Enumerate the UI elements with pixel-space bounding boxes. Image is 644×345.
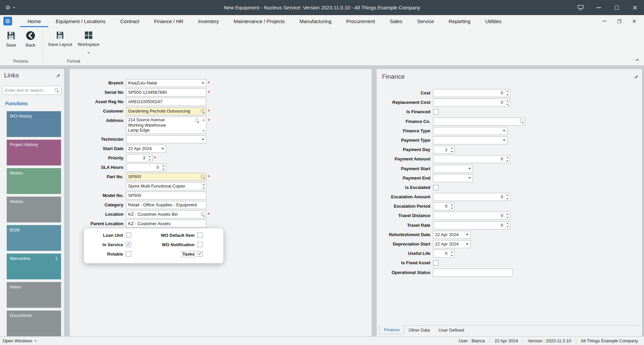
priority-spin-up-button[interactable] [147,154,152,158]
branch-field[interactable]: KwaZulu-Natal [126,79,206,87]
cost-spin-up-button[interactable] [505,89,510,93]
cost-field[interactable]: 0 [433,89,510,97]
address-search-button[interactable] [194,117,201,134]
link-notes[interactable]: Notes [7,282,61,308]
part-description-spin-up-button[interactable] [201,183,206,186]
tab-procurement[interactable]: Procurement [339,15,382,27]
link-bom[interactable]: BOM [7,225,61,251]
tab-maintenance-projects[interactable]: Maintenance / Projects [226,15,292,27]
tab-finance-hr[interactable]: Finance / HR [147,15,191,27]
address-scroll-down-button[interactable] [201,129,206,133]
start-date-field[interactable]: 22 Apr 2024 [126,145,166,153]
tab-finance[interactable]: Finance [379,325,404,334]
search-icon[interactable] [55,88,59,92]
escalation-period-spin-down-button[interactable] [449,206,454,210]
is-escalated-checkbox[interactable] [433,185,438,190]
document-close-button[interactable] [627,16,641,26]
display-toggle-button[interactable] [572,0,590,15]
asset-reg-no-field[interactable]: AREG100500247 [126,98,206,106]
cost-spin-down-button[interactable] [505,93,510,97]
link-documents[interactable]: Documents [7,310,61,336]
address-scroll-up-button[interactable] [201,118,206,122]
close-button[interactable] [626,0,644,15]
travel-distance-field[interactable]: 0 [433,212,510,220]
wo-notification-checkbox[interactable] [197,242,203,247]
travel-distance-spin-up-button[interactable] [505,212,510,216]
part-no-search-button[interactable] [200,173,206,181]
links-search-input[interactable] [3,88,55,93]
priority-field[interactable]: 3 [126,154,152,162]
link-warranties[interactable]: Warranties1 [7,254,61,279]
escalation-period-spin-up-button[interactable] [449,203,454,206]
payment-amount-field[interactable]: 0 [433,155,510,163]
sla-hours-spin-down-button[interactable] [161,167,166,171]
travel-distance-spin-down-button[interactable] [505,216,510,219]
serial-no-field[interactable]: SP500-1234567890 [126,88,206,96]
finance-type-dropdown-button[interactable] [501,127,507,135]
refurbishment-date-dropdown-button[interactable] [464,231,470,238]
back-button[interactable]: Back [21,29,40,59]
replacement-cost-spin-up-button[interactable] [505,99,510,102]
payment-day-spin-up-button[interactable] [449,146,454,150]
tab-contract[interactable]: Contract [113,15,147,27]
workspace-button[interactable]: Workspace [75,29,102,59]
tab-sales[interactable]: Sales [382,15,410,27]
tab-equipment-locations[interactable]: Equipment / Locations [48,15,113,27]
useful-life-field[interactable]: 0 [433,250,454,258]
operational-status-field[interactable] [433,269,513,277]
technician-field[interactable] [126,135,206,143]
finance-type-field[interactable] [433,127,507,135]
escalation-amount-spin-down-button[interactable] [505,197,510,201]
customer-search-button[interactable] [200,108,206,115]
address-field[interactable]: 214 Source AvenueWorking WarehouseLamp E… [126,117,206,134]
location-search-button[interactable] [200,211,206,218]
tab-utilities[interactable]: Utilities [478,15,509,27]
pin-icon[interactable] [56,73,61,78]
refurbishment-date-field[interactable]: 22 Apr 2024 [433,231,471,239]
payment-end-dropdown-button[interactable] [467,175,473,182]
category-field[interactable]: Retail - Office Supplies - Equipment [126,201,206,209]
model-no-field[interactable]: SP500 [126,192,206,200]
document-minimize-button[interactable] [597,16,612,26]
wo-default-item-checkbox[interactable] [197,232,203,238]
payment-type-dropdown-button[interactable] [501,137,507,144]
tab-service[interactable]: Service [410,15,441,27]
in-service-checkbox[interactable]: ✓ [126,242,131,247]
useful-life-spin-down-button[interactable] [449,254,454,257]
replacement-cost-field[interactable]: 0 [433,98,510,107]
is-fixed-asset-checkbox[interactable] [433,260,438,266]
payment-amount-spin-up-button[interactable] [505,155,510,159]
sla-hours-spin-up-button[interactable] [161,164,166,167]
save-layout-button[interactable]: Save Layout [45,29,75,59]
priority-spin-down-button[interactable] [147,158,152,162]
escalation-period-field[interactable]: 0 [433,202,454,210]
payment-end-field[interactable] [433,174,473,182]
link-history[interactable]: History [7,197,61,222]
app-icon[interactable] [3,17,12,25]
tab-reporting[interactable]: Reporting [441,15,478,27]
technician-dropdown-button[interactable] [200,136,206,143]
location-field[interactable]: KZ - Customer Assets Bin [126,210,206,218]
depreciation-start-dropdown-button[interactable] [464,240,470,248]
escalation-amount-spin-up-button[interactable] [505,193,510,197]
payment-start-dropdown-button[interactable] [467,165,473,172]
travel-rate-field[interactable]: 0 [433,221,510,229]
tab-user-defined[interactable]: User Defined [434,326,469,334]
pin-icon[interactable] [634,75,639,79]
payment-day-field[interactable]: 1 [433,146,454,154]
tab-manufacturing[interactable]: Manufacturing [292,15,339,27]
travel-rate-spin-down-button[interactable] [505,225,510,229]
finance-co-search-button[interactable] [519,118,525,125]
loan-unit-checkbox[interactable] [126,232,131,238]
tasks-checkbox[interactable]: ✓ [197,251,203,257]
customer-field[interactable]: Gardening Pechold Outsourcing [126,107,206,115]
escalation-amount-field[interactable]: 0 [433,193,510,201]
save-button[interactable]: Save [1,29,21,59]
part-description-field[interactable]: Sprint Multi Functional Copier [126,182,206,190]
rotable-checkbox[interactable] [126,251,131,257]
finance-co-field[interactable] [433,118,525,126]
depreciation-start-field[interactable]: 22 Apr 2024 [433,240,471,248]
link-wo-history[interactable]: WO History [7,111,61,137]
payment-day-spin-down-button[interactable] [449,150,454,153]
part-description-spin-down-button[interactable] [201,186,206,190]
